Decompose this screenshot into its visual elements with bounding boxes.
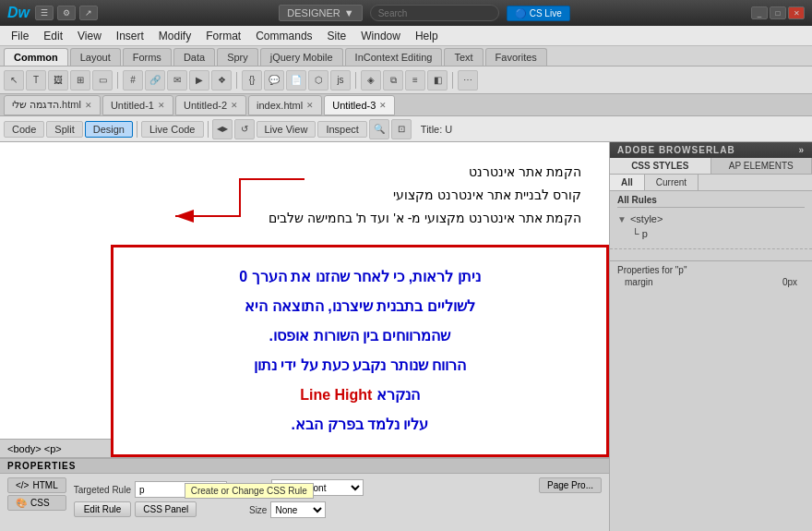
minimize-button[interactable]: _ [751,6,768,19]
html-button[interactable]: </> HTML [7,477,66,493]
cs-live-button[interactable]: 🔵 CS Live [507,6,570,21]
prop-margin-value: 0px [782,277,797,287]
doc-tab-untitled3-close[interactable]: ✕ [379,101,387,110]
size-label: Size [249,505,267,515]
doc-tab-untitled2-close[interactable]: ✕ [231,101,238,110]
view-multiscreen-icon[interactable]: ⊡ [391,119,412,139]
search-input[interactable] [370,5,499,21]
targeted-rule-label: Targeted Rule [74,485,131,495]
prop-margin-row: margin 0px [617,275,805,289]
view-refresh-icon[interactable]: ↺ [234,119,255,139]
view-design-button[interactable]: Design [85,121,133,138]
doc-tab-index-close[interactable]: ✕ [306,101,314,110]
tool-widget2[interactable]: ◧ [427,70,448,91]
tab-jquery-mobile[interactable]: jQuery Mobile [260,48,343,66]
doc-tab-untitled2[interactable]: Untitled-2 ✕ [175,95,246,115]
menu-edit[interactable]: Edit [36,28,70,44]
html-label: HTML [32,480,57,490]
tool-widget[interactable]: ❖ [211,70,232,91]
menu-help[interactable]: Help [408,28,446,44]
doc-tab-demo[interactable]: הדגמה שלי.html ✕ [4,95,101,115]
tool-div[interactable]: ▭ [92,70,113,91]
title-label: Title: [421,124,442,135]
tool-link[interactable]: 🔗 [145,70,165,91]
doc-tab-untitled2-label: Untitled-2 [184,100,227,111]
menu-window[interactable]: Window [353,28,408,44]
tool-anchor[interactable]: # [123,70,143,91]
view-nav-icon[interactable]: ◀▶ [212,119,233,139]
tool-spry[interactable]: ◈ [361,70,381,91]
tool-table[interactable]: ⊞ [70,70,90,91]
tag-display: <body> <p> [7,443,62,454]
close-button[interactable]: ✕ [788,6,805,19]
title-field: Title: U [421,124,452,135]
doc-tab-untitled3[interactable]: Untitled-3 ✕ [324,95,395,115]
css-button[interactable]: 🎨 CSS [7,495,66,511]
menu-format[interactable]: Format [198,28,248,44]
tool-email[interactable]: ✉ [167,70,187,91]
tab-data[interactable]: Data [173,48,215,66]
tool-media[interactable]: ▶ [189,70,209,91]
right-panel-title: ADOBE BROWSERLAB [617,145,735,155]
menu-commands[interactable]: Commands [248,28,319,44]
tab-favorites[interactable]: Favorites [485,48,547,66]
properties-for-section: Properties for "p" margin 0px [610,260,812,293]
tool-snippet[interactable]: {} [242,70,262,91]
ac-tab-current[interactable]: Current [645,175,699,190]
designer-button[interactable]: DESIGNER ▼ [279,5,362,21]
tool-template[interactable]: 📄 [286,70,306,91]
title-bar: Dw ☰ ⚙ ↗ DESIGNER ▼ 🔵 CS Live _ □ ✕ [0,0,812,26]
tool-panel[interactable]: ⧉ [383,70,403,91]
tool-nav[interactable]: ≡ [405,70,425,91]
menu-file[interactable]: File [4,28,36,44]
right-panel: ADOBE BROWSERLAB » CSS STYLES AP ELEMENT… [609,142,812,531]
rules-divider [610,248,812,249]
tool-head[interactable]: ⬡ [308,70,328,91]
menu-insert[interactable]: Insert [109,28,151,44]
rule-p[interactable]: └ p [632,226,805,241]
tab-forms[interactable]: Forms [123,48,172,66]
menu-icon[interactable]: ☰ [35,6,54,20]
tab-incontext[interactable]: InContext Editing [345,48,443,66]
tab-common[interactable]: Common [4,48,68,66]
share-icon[interactable]: ↗ [79,6,98,20]
view-liveview-button[interactable]: Live View [257,121,316,138]
info-line-5: הנקרא Line Hight [132,380,588,410]
tab-layout[interactable]: Layout [70,48,121,66]
css-panel-button[interactable]: CSS Panel [135,501,197,517]
page-properties-button[interactable]: Page Pro... [539,477,602,493]
view-split-button[interactable]: Split [46,121,82,138]
tool-text[interactable]: T [26,70,46,91]
view-livecode-button[interactable]: Live Code [141,121,204,138]
view-code-button[interactable]: Code [4,121,44,138]
doc-tab-demo-close[interactable]: ✕ [85,101,92,110]
properties-title: PROPERTIES [0,459,609,474]
menu-view[interactable]: View [70,28,109,44]
view-inspect-button[interactable]: Inspect [317,121,366,138]
menu-modify[interactable]: Modify [151,28,198,44]
tab-spry[interactable]: Spry [217,48,258,66]
settings-icon[interactable]: ⚙ [57,6,76,20]
edit-rule-button[interactable]: Edit Rule [74,501,132,517]
doc-tab-index[interactable]: index.html ✕ [248,95,322,115]
doc-tab-untitled1-close[interactable]: ✕ [158,101,165,110]
rp-tab-ap[interactable]: AP ELEMENTS [711,158,813,174]
info-line-3: שהמרווחים בין השורות אופסו. [132,321,588,351]
size-select[interactable]: None [270,501,326,518]
tool-pointer[interactable]: ↖ [4,70,24,91]
tool-more[interactable]: ⋯ [458,70,478,91]
maximize-button[interactable]: □ [770,6,786,19]
tool-script[interactable]: js [330,70,351,91]
ac-tab-all[interactable]: All [610,175,645,190]
tab-text[interactable]: Text [444,48,483,66]
cs-live-label: CS Live [530,8,562,18]
tool-image[interactable]: 🖼 [48,70,68,91]
right-panel-expand-icon[interactable]: » [798,145,805,155]
menu-site[interactable]: Site [320,28,354,44]
rule-style[interactable]: ▼ <style> [617,211,805,226]
doc-tab-index-label: index.html [257,100,303,111]
doc-tab-untitled1[interactable]: Untitled-1 ✕ [102,95,173,115]
rp-tab-css[interactable]: CSS STYLES [610,158,711,174]
view-zoom-icon[interactable]: 🔍 [369,119,389,139]
tool-comment[interactable]: 💬 [264,70,284,91]
